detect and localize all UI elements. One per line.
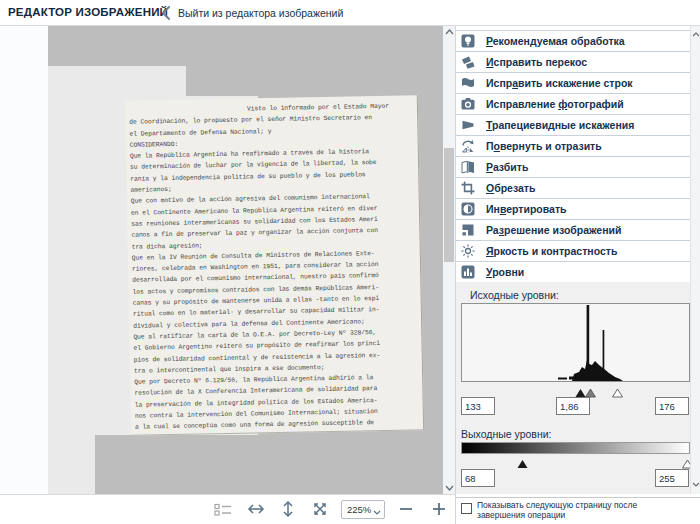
- sidebar-menu-item[interactable]: Разрешение изображений: [456, 220, 690, 241]
- sidebar-menu-item[interactable]: Инвертировать: [456, 199, 690, 220]
- histogram: [461, 303, 690, 382]
- output-white-field[interactable]: [655, 469, 689, 487]
- zoom-toolbar: 225%: [0, 494, 455, 524]
- canvas-vertical-scrollbar[interactable]: [443, 26, 455, 494]
- sidebar-menu-item[interactable]: Исправление фотографий: [456, 94, 690, 115]
- exit-editor-link[interactable]: Выйти из редактора изображений: [178, 7, 343, 19]
- thumbnails-view-icon[interactable]: [212, 498, 234, 520]
- rotate-icon: [461, 139, 475, 153]
- invert-icon: [461, 202, 475, 216]
- input-levels-label: Исходные уровни:: [470, 289, 559, 301]
- split-pages-icon: [461, 160, 475, 174]
- sidebar-menu: Рекомендуемая обработка Исправить переко…: [456, 30, 690, 283]
- zoom-in-icon[interactable]: [428, 498, 450, 520]
- scroll-up-icon[interactable]: [691, 28, 700, 40]
- zoom-out-icon[interactable]: [395, 498, 417, 520]
- output-level-sliders: [461, 455, 690, 466]
- zoom-level-select[interactable]: 225%: [341, 500, 385, 519]
- sidebar-menu-item[interactable]: Рекомендуемая обработка: [456, 31, 690, 52]
- sidebar-menu-item[interactable]: Яркость и контрастность: [456, 241, 690, 262]
- scanned-image: Visto lo informado por el Estado Mayor d…: [48, 26, 443, 494]
- zoom-level-value: 225%: [342, 504, 373, 515]
- scrollbar-thumb[interactable]: [444, 148, 454, 262]
- input-black-field[interactable]: [461, 397, 495, 415]
- camera-icon: [461, 97, 475, 111]
- sidebar-menu-item[interactable]: Обрезать: [456, 178, 690, 199]
- output-levels-label: Выходные уровни:: [461, 428, 552, 440]
- white-point-slider[interactable]: [612, 384, 623, 402]
- sidebar-menu-item[interactable]: Трапециевидные искажения: [456, 115, 690, 136]
- sidebar-menu-item[interactable]: Исправить перекос: [456, 52, 690, 73]
- header-bar: РЕДАКТОР ИЗОБРАЖЕНИЙ Выйти из редактора …: [0, 0, 700, 26]
- sidebar-menu-item[interactable]: Уровни: [456, 262, 690, 283]
- skew-icon: [461, 55, 475, 69]
- tools-sidebar: Рекомендуемая обработка Исправить переко…: [456, 26, 690, 494]
- input-gamma-field[interactable]: [556, 397, 590, 415]
- sidebar-menu-item[interactable]: Исправить искажение строк: [456, 73, 690, 94]
- crop-icon: [461, 181, 475, 195]
- output-black-field[interactable]: [461, 469, 495, 487]
- image-editor-window: РЕДАКТОР ИЗОБРАЖЕНИЙ Выйти из редактора …: [0, 0, 700, 524]
- fit-height-icon[interactable]: [277, 498, 299, 520]
- levels-icon: [461, 265, 475, 279]
- scroll-down-icon[interactable]: [691, 478, 700, 490]
- show-next-page-checkbox[interactable]: [461, 503, 472, 514]
- chevron-down-icon: [373, 501, 384, 519]
- image-canvas[interactable]: Visto lo informado por el Estado Mayor d…: [0, 26, 443, 494]
- output-gradient-bar: [461, 442, 690, 454]
- resolution-icon: [461, 223, 475, 237]
- page-title: РЕДАКТОР ИЗОБРАЖЕНИЙ: [8, 6, 168, 18]
- sidebar-scrollbar[interactable]: [690, 26, 700, 494]
- fit-page-icon[interactable]: [309, 498, 331, 520]
- input-level-sliders: [461, 384, 690, 395]
- options-area: Показывать следующую страницу после заве…: [456, 494, 700, 524]
- input-white-field[interactable]: [655, 397, 689, 415]
- chevron-left-icon[interactable]: [160, 5, 174, 21]
- scroll-down-icon[interactable]: [443, 482, 455, 494]
- show-next-page-label: Показывать следующую страницу после заве…: [477, 500, 642, 520]
- trapezoid-icon: [461, 118, 475, 132]
- output-black-slider[interactable]: [517, 455, 528, 473]
- scan-light-region: [48, 66, 95, 494]
- options-divider: [456, 497, 700, 498]
- sidebar-menu-item[interactable]: Разбить: [456, 157, 690, 178]
- document-page: Visto lo informado por el Estado Mayor d…: [125, 95, 424, 436]
- levels-panel: Исходные уровни:: [456, 282, 690, 494]
- sidebar-menu-item[interactable]: Повернуть и отразить: [456, 136, 690, 157]
- fit-width-icon[interactable]: [245, 498, 267, 520]
- brightness-icon: [461, 244, 475, 258]
- flag-icon: [461, 76, 475, 90]
- scroll-up-icon[interactable]: [443, 26, 455, 38]
- lamp-icon: [461, 34, 475, 48]
